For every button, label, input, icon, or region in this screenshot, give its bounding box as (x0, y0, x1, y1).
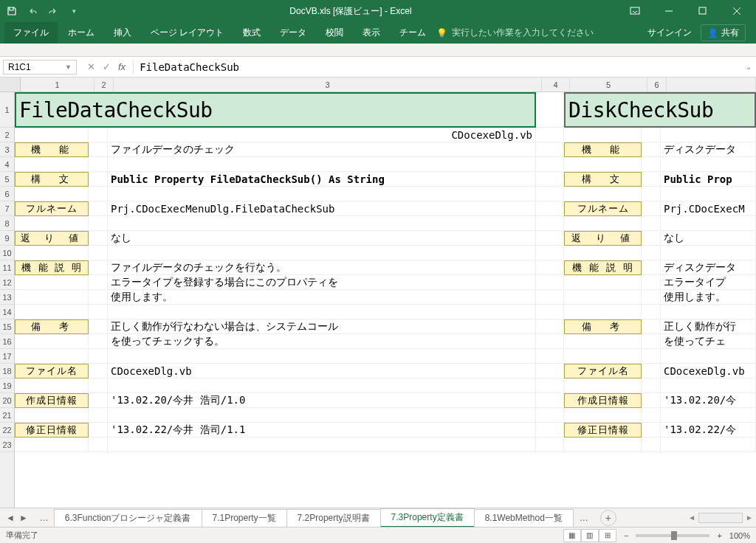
tab-team[interactable]: チーム (391, 22, 435, 44)
label-fullname-r[interactable]: フルネーム (564, 201, 642, 216)
row-header[interactable]: 18 (0, 364, 14, 378)
tab-formulas[interactable]: 数式 (234, 22, 269, 44)
row-header[interactable]: 13 (0, 290, 14, 305)
cell-filename[interactable]: CDocexeDlg.vb (108, 364, 536, 378)
label-created-r[interactable]: 作成日情報 (564, 393, 642, 408)
row-header[interactable]: 21 (0, 408, 14, 423)
sheet-tab[interactable]: 8.1WebMethod一覧 (474, 509, 574, 527)
share-button[interactable]: 👤 共有 (701, 24, 746, 41)
hscroll-left-icon[interactable]: ◄ (688, 513, 695, 522)
label-filename[interactable]: ファイル名 (15, 364, 89, 378)
zoom-out-icon[interactable]: − (624, 531, 628, 540)
label-modified[interactable]: 修正日情報 (15, 423, 89, 437)
cell-filename-r[interactable]: CDocexeDlg.vb (661, 364, 756, 378)
label-modified-r[interactable]: 修正日情報 (564, 423, 642, 437)
label-func-r[interactable]: 機 能 (564, 142, 642, 157)
cell-file-header[interactable]: CDocexeDlg.vb (108, 128, 536, 142)
cell-desc1-r[interactable]: ディスクデータ (661, 260, 756, 275)
tab-insert[interactable]: 挿入 (105, 22, 140, 44)
col-header[interactable]: 6 (647, 77, 667, 91)
add-sheet-button[interactable]: + (600, 510, 616, 526)
label-fullname[interactable]: フルネーム (15, 201, 89, 216)
row-header[interactable]: 20 (0, 393, 14, 408)
maximize-icon[interactable] (687, 1, 719, 21)
row-header[interactable]: 19 (0, 378, 14, 393)
cell-modified[interactable]: '13.02.22/今井 浩司/1.1 (108, 423, 536, 437)
tab-nav-more-right-icon[interactable]: … (574, 513, 594, 523)
ribbon-options-icon[interactable] (619, 1, 651, 21)
expand-formula-bar-icon[interactable]: ⌄ (741, 63, 756, 71)
formula-input[interactable]: FileDataCheckSub (133, 60, 741, 75)
col-header[interactable]: 5 (570, 77, 647, 91)
cell-created[interactable]: '13.02.20/今井 浩司/1.0 (108, 393, 536, 408)
cell-note2[interactable]: を使ってチェックする。 (108, 334, 536, 349)
row-header[interactable]: 15 (0, 319, 14, 334)
cell-fullname-r[interactable]: Prj.CDocExecM (661, 201, 756, 216)
col-header[interactable]: 1 (21, 77, 94, 91)
view-page-break-icon[interactable]: ⊞ (599, 529, 616, 542)
label-syntax-r[interactable]: 構 文 (564, 172, 642, 187)
zoom-in-icon[interactable]: + (717, 531, 721, 540)
row-header[interactable]: 12 (0, 275, 14, 290)
tab-file[interactable]: ファイル (4, 22, 58, 44)
fx-icon[interactable]: fx (118, 61, 126, 72)
label-note-r[interactable]: 備 考 (564, 319, 642, 334)
row-header[interactable]: 23 (0, 437, 14, 452)
row-header[interactable]: 17 (0, 349, 14, 364)
cell-note2-r[interactable]: を使ってチェ (661, 334, 756, 349)
row-header[interactable]: 10 (0, 246, 14, 260)
tab-view[interactable]: 表示 (354, 22, 389, 44)
cell-desc2-r[interactable]: エラータイプ (661, 275, 756, 290)
zoom-level[interactable]: 100% (729, 531, 750, 540)
cell-func-r[interactable]: ディスクデータ (661, 142, 756, 157)
sheet-tab[interactable]: 7.2Property説明書 (286, 509, 381, 527)
close-icon[interactable] (721, 1, 753, 21)
cells-area[interactable]: FileDataCheckSub DiskCheckSub CDocexeDlg… (15, 92, 756, 508)
cell-blank[interactable] (536, 92, 564, 128)
view-normal-icon[interactable]: ▦ (563, 529, 581, 542)
chevron-down-icon[interactable]: ▼ (65, 63, 72, 71)
cell-return[interactable]: なし (108, 231, 536, 246)
zoom-slider[interactable] (636, 534, 709, 537)
row-header[interactable]: 16 (0, 334, 14, 349)
cell-fullname[interactable]: Prj.CDocExecMenuDlg.FileDataCheckSub (108, 201, 536, 216)
cell-title-right[interactable]: DiskCheckSub (564, 92, 756, 128)
label-note[interactable]: 備 考 (15, 319, 89, 334)
cell-return-r[interactable]: なし (661, 231, 756, 246)
row-header[interactable]: 2 (0, 128, 14, 142)
label-created[interactable]: 作成日情報 (15, 393, 89, 408)
cell-desc2[interactable]: エラータイプを登録する場合にこのプロパティを (108, 275, 536, 290)
cell-title-left[interactable]: FileDataCheckSub (15, 92, 536, 128)
signin-link[interactable]: サインイン (647, 27, 692, 39)
horizontal-scrollbar[interactable] (698, 513, 743, 523)
sheet-tab[interactable]: 7.1Property一覧 (202, 509, 287, 527)
row-header[interactable]: 11 (0, 260, 14, 275)
row-header[interactable]: 4 (0, 157, 14, 172)
qat-dropdown-icon[interactable]: ▾ (65, 2, 83, 20)
cell-created-r[interactable]: '13.02.20/今 (661, 393, 756, 408)
cell-note1-r[interactable]: 正しく動作が行 (661, 319, 756, 334)
select-all-corner[interactable] (0, 77, 21, 91)
tab-data[interactable]: データ (271, 22, 315, 44)
hscroll-right-icon[interactable]: ► (746, 513, 753, 522)
cell-syntax-r[interactable]: Public Prop (661, 172, 756, 187)
tab-nav-next-icon[interactable]: ► (19, 513, 28, 523)
tell-me-search[interactable]: 💡 実行したい作業を入力してください (436, 27, 594, 39)
minimize-icon[interactable] (653, 1, 685, 21)
label-func[interactable]: 機 能 (15, 142, 89, 157)
cell-desc1[interactable]: ファイルデータのチェックを行なう。 (108, 260, 536, 275)
redo-icon[interactable] (44, 2, 62, 20)
row-header[interactable]: 5 (0, 172, 14, 187)
row-header[interactable]: 9 (0, 231, 14, 246)
label-desc[interactable]: 機 能 説 明 (15, 260, 89, 275)
cell-func[interactable]: ファイルデータのチェック (108, 142, 536, 157)
undo-icon[interactable] (24, 2, 41, 20)
tab-page-layout[interactable]: ページ レイアウト (142, 22, 233, 44)
row-header[interactable]: 14 (0, 305, 14, 319)
view-page-layout-icon[interactable]: ▥ (581, 529, 599, 542)
enter-icon[interactable]: ✓ (103, 61, 111, 72)
row-header[interactable]: 22 (0, 423, 14, 437)
label-return[interactable]: 返 り 値 (15, 231, 89, 246)
col-header[interactable] (667, 77, 756, 91)
sheet-tab-active[interactable]: 7.3Property定義書 (380, 508, 475, 528)
